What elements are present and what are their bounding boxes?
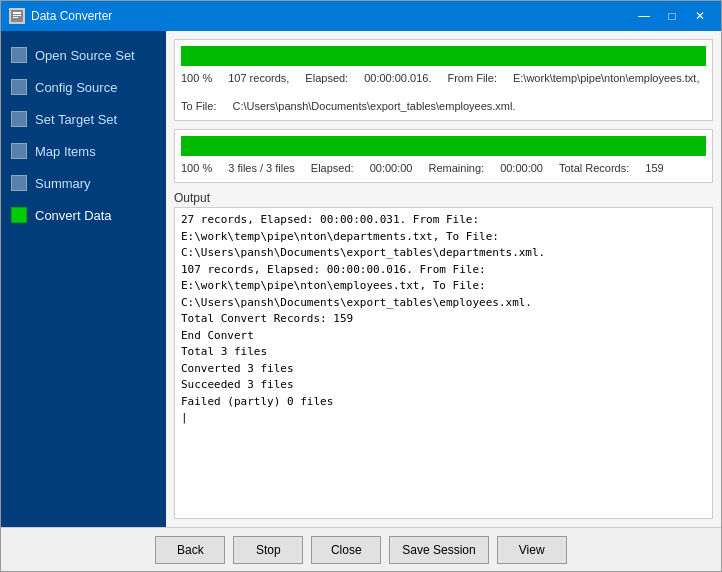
sidebar-item-summary[interactable]: Summary	[1, 167, 166, 199]
step-icon-config-source	[11, 79, 27, 95]
sidebar-item-open-source-set[interactable]: Open Source Set	[1, 39, 166, 71]
output-line: C:\Users\pansh\Documents\export_tables\e…	[181, 295, 706, 312]
step-icon-open-source-set	[11, 47, 27, 63]
content-area: Open Source Set Config Source Set Target…	[1, 31, 721, 527]
progress1-elapsed: 00:00:00.016.	[364, 72, 431, 84]
app-icon	[9, 8, 25, 24]
progress-info-1: 100 % 107 records, Elapsed: 00:00:00.016…	[181, 70, 706, 114]
progress1-percent: 100 %	[181, 72, 212, 84]
progress2-remaining: 00:00:00	[500, 162, 543, 174]
output-line: Converted 3 files	[181, 361, 706, 378]
output-line: Total Convert Records: 159	[181, 311, 706, 328]
svg-rect-2	[13, 15, 21, 16]
bottom-bar: Back Stop Close Save Session View	[1, 527, 721, 571]
progress2-total: 159	[645, 162, 663, 174]
sidebar-item-map-items[interactable]: Map Items	[1, 135, 166, 167]
progress-bar-1	[181, 46, 706, 66]
progress2-total-label: Total Records:	[559, 162, 629, 174]
close-window-button[interactable]: ✕	[687, 6, 713, 26]
output-line: 107 records, Elapsed: 00:00:00.016. From…	[181, 262, 706, 295]
progress1-records: 107 records,	[228, 72, 289, 84]
minimize-button[interactable]: —	[631, 6, 657, 26]
svg-rect-1	[13, 12, 21, 14]
main-panel: 100 % 107 records, Elapsed: 00:00:00.016…	[166, 31, 721, 527]
output-line: Total 3 files	[181, 344, 706, 361]
output-line: Failed (partly) 0 files	[181, 394, 706, 411]
step-icon-convert-data	[11, 207, 27, 223]
progress-bar-2	[181, 136, 706, 156]
progress-section-1: 100 % 107 records, Elapsed: 00:00:00.016…	[174, 39, 713, 121]
sidebar: Open Source Set Config Source Set Target…	[1, 31, 166, 527]
progress1-from-label: From File:	[447, 72, 497, 84]
progress-info-2: 100 % 3 files / 3 files Elapsed: 00:00:0…	[181, 160, 706, 176]
output-line: Succeeded 3 files	[181, 377, 706, 394]
sidebar-item-config-source[interactable]: Config Source	[1, 71, 166, 103]
progress2-elapsed: 00:00:00	[370, 162, 413, 174]
step-icon-map-items	[11, 143, 27, 159]
main-window: Data Converter — □ ✕ Open Source Set Con…	[0, 0, 722, 572]
stop-button[interactable]: Stop	[233, 536, 303, 564]
progress2-percent: 100 %	[181, 162, 212, 174]
step-icon-summary	[11, 175, 27, 191]
output-box[interactable]: 27 records, Elapsed: 00:00:00.031. From …	[174, 207, 713, 519]
output-section: Output 27 records, Elapsed: 00:00:00.031…	[174, 191, 713, 519]
progress1-to-file: C:\Users\pansh\Documents\export_tables\e…	[232, 100, 515, 112]
title-bar-left: Data Converter	[9, 8, 112, 24]
progress-section-2: 100 % 3 files / 3 files Elapsed: 00:00:0…	[174, 129, 713, 183]
output-cursor: |	[181, 410, 706, 427]
progress2-files: 3 files / 3 files	[228, 162, 295, 174]
output-line: C:\Users\pansh\Documents\export_tables\d…	[181, 245, 706, 262]
step-icon-set-target-set	[11, 111, 27, 127]
title-controls: — □ ✕	[631, 6, 713, 26]
progress2-remaining-label: Remaining:	[428, 162, 484, 174]
title-bar: Data Converter — □ ✕	[1, 1, 721, 31]
progress1-from-file: E:\work\temp\pipe\nton\employees.txt,	[513, 72, 699, 84]
output-label: Output	[174, 191, 713, 205]
close-button[interactable]: Close	[311, 536, 381, 564]
output-line: 27 records, Elapsed: 00:00:00.031. From …	[181, 212, 706, 245]
svg-rect-3	[13, 17, 18, 18]
maximize-button[interactable]: □	[659, 6, 685, 26]
progress2-elapsed-label: Elapsed:	[311, 162, 354, 174]
progress1-to-label: To File:	[181, 100, 216, 112]
window-title: Data Converter	[31, 9, 112, 23]
save-session-button[interactable]: Save Session	[389, 536, 488, 564]
view-button[interactable]: View	[497, 536, 567, 564]
back-button[interactable]: Back	[155, 536, 225, 564]
output-line: End Convert	[181, 328, 706, 345]
progress1-elapsed-label: Elapsed:	[305, 72, 348, 84]
sidebar-item-set-target-set[interactable]: Set Target Set	[1, 103, 166, 135]
sidebar-item-convert-data[interactable]: Convert Data	[1, 199, 166, 231]
